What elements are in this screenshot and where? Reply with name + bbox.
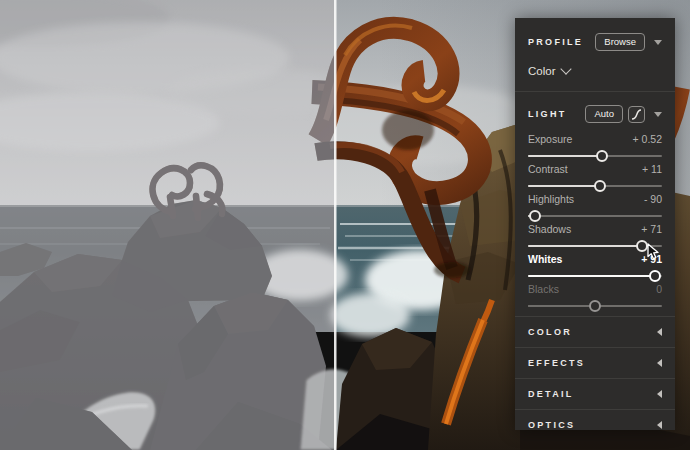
section-color[interactable]: COLOR <box>515 316 675 347</box>
slider-value: + 71 <box>641 223 662 235</box>
slider-blacks: Blacks 0 <box>515 280 675 310</box>
profile-section-title: PROFILE <box>528 37 583 47</box>
slider-highlights: Highlights - 90 <box>515 190 675 220</box>
slider-track[interactable] <box>528 300 662 312</box>
app-window: PROFILE Browse Color LIGHT Auto <box>0 0 690 450</box>
slider-value: + 11 <box>642 163 662 175</box>
mouse-cursor-icon <box>647 243 661 261</box>
effects-section-title: EFFECTS <box>528 358 585 368</box>
color-section-title: COLOR <box>528 327 572 337</box>
slider-label: Shadows <box>528 223 571 235</box>
optics-section-title: OPTICS <box>528 420 575 430</box>
chevron-down-icon <box>561 63 572 74</box>
tone-curve-icon <box>631 109 642 120</box>
slider-label: Exposure <box>528 133 572 145</box>
slider-value: + 0.52 <box>633 133 663 145</box>
profile-collapse-icon[interactable] <box>654 40 662 45</box>
expand-left-icon <box>657 328 662 336</box>
slider-value: 0 <box>656 283 662 295</box>
slider-exposure: Exposure + 0.52 <box>515 130 675 160</box>
section-effects[interactable]: EFFECTS <box>515 347 675 378</box>
expand-left-icon <box>657 421 662 429</box>
slider-label: Highlights <box>528 193 574 205</box>
slider-label: Contrast <box>528 163 568 175</box>
section-optics[interactable]: OPTICS <box>515 409 675 430</box>
profile-selected-label: Color <box>528 65 555 77</box>
slider-thumb[interactable] <box>589 300 601 312</box>
section-detail[interactable]: DETAIL <box>515 378 675 409</box>
auto-button[interactable]: Auto <box>585 105 623 123</box>
browse-button[interactable]: Browse <box>595 33 645 51</box>
light-section-title: LIGHT <box>528 109 567 119</box>
expand-left-icon <box>657 359 662 367</box>
slider-label: Whites <box>528 253 562 265</box>
section-light: LIGHT Auto Exposure + 0.52 <box>515 91 675 316</box>
slider-label: Blacks <box>528 283 559 295</box>
slider-contrast: Contrast + 11 <box>515 160 675 190</box>
tone-curve-button[interactable] <box>628 106 645 123</box>
edit-panel: PROFILE Browse Color LIGHT Auto <box>515 18 675 430</box>
light-sliders: Exposure + 0.52 Contrast + 11 <box>515 128 675 316</box>
light-collapse-icon[interactable] <box>654 112 662 117</box>
slider-value: - 90 <box>644 193 662 205</box>
expand-left-icon <box>657 390 662 398</box>
section-profile: PROFILE Browse Color <box>515 18 675 91</box>
before-after-divider[interactable] <box>334 0 337 450</box>
detail-section-title: DETAIL <box>528 389 574 399</box>
profile-select[interactable]: Color <box>515 57 675 91</box>
